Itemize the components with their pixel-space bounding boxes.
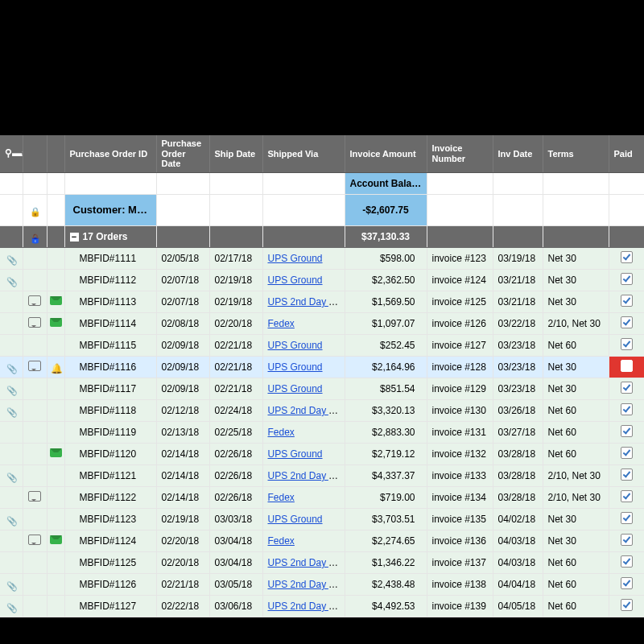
shipped-via-link[interactable]: UPS 2nd Day Air [268,470,341,481]
table-row[interactable]: MBFID#112602/21/1803/05/18UPS 2nd Day Ai… [0,573,644,595]
invoice-number: invoice #133 [427,464,493,486]
shipped-via-link[interactable]: UPS Ground [268,514,323,525]
attachment-icon[interactable] [6,515,16,525]
ship-date: 03/05/18 [209,573,262,595]
table-row[interactable]: MBFID#112102/14/1802/26/18UPS 2nd Day Ai… [0,464,644,486]
attachment-icon[interactable] [6,602,16,612]
shipped-via-link[interactable]: Fedex [268,427,295,438]
comment-icon[interactable] [28,535,41,545]
collapse-toggle[interactable]: − [70,233,79,242]
shipped-via-link[interactable]: UPS 2nd Day Air [268,601,341,612]
col-shipped-via[interactable]: Shipped Via [262,135,345,172]
orders-panel: ⚲ ▬ i Purchase Order ID Purchase Order D… [0,135,644,617]
mail-icon[interactable] [50,448,62,457]
po-id: MBFID#1121 [64,464,156,486]
paid-checkbox[interactable] [621,447,633,459]
table-row[interactable]: MBFID#111902/13/1802/25/18Fedex$2,883.30… [0,421,644,443]
shipped-via-link[interactable]: Fedex [268,535,295,547]
ship-date: 02/19/18 [209,291,262,312]
invoice-number: invoice #128 [427,356,493,378]
table-row[interactable]: MBFID#111302/07/1802/19/18UPS 2nd Day Ai… [0,291,644,312]
attachment-icon[interactable]: ⚲ [5,148,12,159]
paid-checkbox[interactable] [621,382,633,394]
table-row[interactable]: MBFID#112202/14/1802/26/18Fedex$719.00in… [0,486,644,508]
shipped-via-link[interactable]: UPS Ground [268,340,323,351]
invoice-number: invoice #137 [427,551,493,573]
col-po-date[interactable]: Purchase Order Date [156,135,209,172]
group-row[interactable]: −17 Orders$37,130.33 [0,225,644,247]
paid-checkbox[interactable] [621,512,633,524]
col-paid[interactable]: Paid [609,135,644,172]
attachment-icon[interactable] [6,254,16,264]
table-row[interactable]: MBFID#111702/09/1802/21/18UPS Ground$851… [0,378,644,399]
inv-date: 04/05/18 [493,595,543,617]
table-row[interactable]: MBFID#112402/20/1803/04/18Fedex$2,274.65… [0,530,644,551]
paid-checkbox[interactable] [621,360,633,372]
shipped-via-link[interactable]: UPS 2nd Day Air [268,405,341,416]
paid-checkbox[interactable] [621,338,633,350]
shipped-via-link[interactable]: UPS Ground [268,275,323,286]
table-row[interactable]: MBFID#112002/14/1802/26/18UPS Ground$2,7… [0,443,644,464]
col-po-id[interactable]: Purchase Order ID [64,135,156,172]
paid-checkbox[interactable] [621,273,633,285]
table-row[interactable]: MBFID#112702/22/1803/06/18UPS 2nd Day Ai… [0,595,644,617]
invoice-amount: $2,719.12 [345,443,427,464]
table-row[interactable]: MBFID#111202/07/1802/19/18UPS Ground$2,3… [0,269,644,291]
shipped-via-link[interactable]: UPS Ground [268,361,323,373]
paid-checkbox[interactable] [621,490,633,502]
invoice-number: invoice #123 [427,247,493,269]
comment-icon[interactable] [28,317,41,328]
table-row[interactable]: MBFID#111402/08/1802/20/18Fedex$1,097.07… [0,312,644,334]
attachment-icon[interactable] [6,363,16,373]
paid-checkbox[interactable] [621,599,633,611]
terms: Net 30 [543,378,609,399]
table-row[interactable]: MBFID#112302/19/1803/03/18UPS Ground$3,7… [0,508,644,530]
table-row[interactable]: MBFID#111802/12/1802/24/18UPS 2nd Day Ai… [0,399,644,421]
shipped-via-link[interactable]: UPS Ground [268,383,323,394]
shipped-via-link[interactable]: UPS 2nd Day Air [268,557,341,568]
attachment-icon[interactable] [6,472,16,481]
shipped-via-link[interactable]: UPS 2nd Day Air [268,579,341,590]
header-icons[interactable]: ⚲ ▬ i [0,135,23,172]
shipped-via-link[interactable]: Fedex [268,318,295,329]
attachment-icon[interactable] [6,385,16,394]
paid-checkbox[interactable] [621,251,633,263]
shipped-via-link[interactable]: UPS Ground [268,253,323,264]
table-row[interactable]: MBFID#111502/09/1802/21/18UPS Ground$252… [0,334,644,356]
comment-icon[interactable] [28,295,41,306]
po-date: 02/13/18 [156,421,209,443]
shipped-via-link[interactable]: Fedex [268,492,295,503]
col-ship-date[interactable]: Ship Date [209,135,262,172]
paid-checkbox[interactable] [621,403,633,415]
invoice-number: invoice #135 [427,508,493,530]
paid-checkbox[interactable] [621,425,633,437]
bell-icon[interactable] [51,363,60,373]
paid-checkbox[interactable] [621,316,633,328]
attachment-icon[interactable] [6,276,16,286]
group-label[interactable]: −17 Orders [64,225,156,247]
col-terms[interactable]: Terms [543,135,609,172]
invoice-number: invoice #125 [427,291,493,312]
mail-icon[interactable] [50,296,62,305]
comment-icon[interactable]: ▬ [12,148,22,159]
mail-icon[interactable] [50,535,62,544]
col-invoice-number[interactable]: Invoice Number [427,135,493,172]
attachment-icon[interactable] [6,580,16,590]
shipped-via-link[interactable]: UPS Ground [268,448,323,460]
paid-checkbox[interactable] [621,534,633,546]
table-row[interactable]: MBFID#111102/05/1802/17/18UPS Ground$598… [0,247,644,269]
paid-checkbox[interactable] [621,295,633,307]
attachment-icon[interactable] [6,407,16,416]
mail-icon[interactable] [50,318,62,327]
paid-checkbox[interactable] [621,577,633,589]
table-row[interactable]: MBFID#112502/20/1803/04/18UPS 2nd Day Ai… [0,551,644,573]
inv-date: 03/22/18 [493,312,543,334]
shipped-via-link[interactable]: UPS 2nd Day Air [268,296,341,308]
paid-checkbox[interactable] [621,555,633,568]
col-invoice-amount[interactable]: Invoice Amount [345,135,427,172]
paid-checkbox[interactable] [621,469,633,481]
comment-icon[interactable] [28,491,41,502]
table-row[interactable]: MBFID#111602/09/1802/21/18UPS Ground$2,1… [0,356,644,378]
col-inv-date[interactable]: Inv Date [493,135,543,172]
comment-icon[interactable] [28,361,41,371]
